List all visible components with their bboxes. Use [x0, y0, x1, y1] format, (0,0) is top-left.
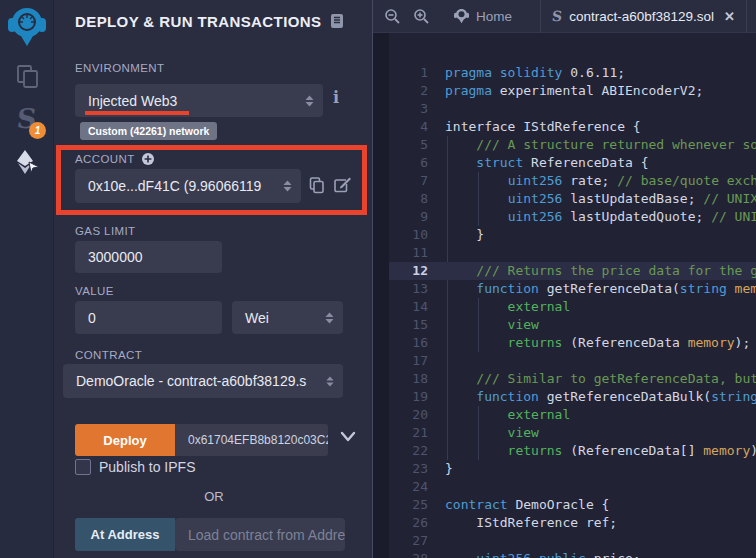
- zoom-in-icon[interactable]: [413, 8, 430, 25]
- code-line[interactable]: 2pragma experimental ABIEncoderV2;: [373, 82, 756, 100]
- code-line[interactable]: 23}: [373, 460, 756, 478]
- code-line[interactable]: 28 uint256 public price;: [373, 550, 756, 558]
- network-badge: Custom (42261) network: [80, 122, 217, 140]
- editor-tab-bar: Home S contract-a60bf38129.sol ✕: [373, 0, 756, 33]
- gas-limit-input[interactable]: [75, 241, 222, 273]
- file-explorer-icon: [13, 62, 41, 90]
- code-line[interactable]: 25contract DemoOracle {: [373, 496, 756, 514]
- code-line[interactable]: 6 struct ReferenceData {: [373, 154, 756, 172]
- deploy-run-panel: DEPLOY & RUN TRANSACTIONS ENVIRONMENT In…: [54, 0, 373, 558]
- tab-home-label: Home: [476, 9, 512, 24]
- remix-logo-icon: [7, 6, 47, 48]
- code-line[interactable]: 7 uint256 rate; // base/quote exchange r…: [373, 172, 756, 190]
- code-line[interactable]: 15 view: [373, 316, 756, 334]
- updown-icon: [304, 94, 315, 108]
- code-line[interactable]: 22 returns (ReferenceData[] memory);: [373, 442, 756, 460]
- code-lines: 1pragma solidity 0.6.11;2pragma experime…: [373, 64, 756, 558]
- remix-logo: [0, 6, 54, 48]
- copy-account-icon[interactable]: [308, 176, 325, 194]
- home-remix-icon: [454, 8, 469, 24]
- icon-sidebar: S 1: [0, 0, 54, 558]
- code-line[interactable]: 5 /// A structure returned whenever some…: [373, 136, 756, 154]
- code-line[interactable]: 16 returns (ReferenceData memory);: [373, 334, 756, 352]
- sidebar-item-file-explorer[interactable]: [0, 62, 54, 90]
- deploy-run-icon: [13, 148, 41, 176]
- updown-icon: [325, 375, 335, 388]
- publish-ipfs-checkbox[interactable]: [75, 459, 91, 475]
- value-input[interactable]: [75, 301, 222, 334]
- code-editor[interactable]: 1pragma solidity 0.6.11;2pragma experime…: [373, 33, 756, 558]
- add-account-icon[interactable]: [141, 152, 155, 166]
- code-line[interactable]: 21 view: [373, 424, 756, 442]
- updown-icon: [324, 311, 335, 325]
- code-line[interactable]: 4interface IStdReference {: [373, 118, 756, 136]
- page-title: DEPLOY & RUN TRANSACTIONS: [75, 13, 321, 30]
- publish-ipfs-label: Publish to IPFS: [99, 459, 196, 475]
- edit-account-icon[interactable]: [333, 176, 352, 194]
- compiler-badge: 1: [29, 122, 46, 139]
- code-line[interactable]: 14 external: [373, 298, 756, 316]
- code-line[interactable]: 27: [373, 532, 756, 550]
- editor-glyph-margin: [373, 33, 389, 558]
- tab-home[interactable]: Home: [454, 8, 512, 24]
- solidity-file-icon: S: [551, 8, 563, 24]
- editor-pane: Home S contract-a60bf38129.sol ✕ 1pragma…: [373, 0, 756, 558]
- close-icon[interactable]: ✕: [724, 9, 735, 24]
- deploy-button[interactable]: Deploy: [75, 424, 175, 456]
- code-line[interactable]: 17: [373, 352, 756, 370]
- code-line[interactable]: 18 /// Similar to getReferenceData, but …: [373, 370, 756, 388]
- code-line[interactable]: 10 }: [373, 226, 756, 244]
- code-line[interactable]: 19 function getReferenceDataBulk(string[…: [373, 388, 756, 406]
- contract-label: CONTRACT: [75, 349, 142, 361]
- at-address-input[interactable]: [175, 518, 345, 551]
- contract-select[interactable]: DemoOracle - contract-a60bf38129.s: [63, 364, 343, 398]
- tab-contract-file[interactable]: S contract-a60bf38129.sol ✕: [540, 0, 747, 33]
- environment-select[interactable]: Injected Web3: [75, 84, 323, 117]
- at-address-button[interactable]: At Address: [75, 518, 175, 551]
- tab-file-label: contract-a60bf38129.sol: [569, 9, 714, 24]
- value-unit-select[interactable]: Wei: [232, 301, 343, 334]
- code-line[interactable]: 24: [373, 478, 756, 496]
- account-select[interactable]: 0x10e...dF41C (9.96066119: [75, 169, 301, 203]
- code-line[interactable]: 26 IStdReference ref;: [373, 514, 756, 532]
- code-line[interactable]: 12 /// Returns the price data for the gi…: [373, 262, 756, 280]
- gas-limit-label: GAS LIMIT: [75, 225, 135, 237]
- info-icon[interactable]: i: [333, 88, 339, 107]
- value-label: VALUE: [75, 285, 114, 297]
- code-line[interactable]: 9 uint256 lastUpdatedQuote; // UNIX epoc…: [373, 208, 756, 226]
- code-line[interactable]: 1pragma solidity 0.6.11;: [373, 64, 756, 82]
- or-divider-label: OR: [69, 489, 359, 504]
- code-line[interactable]: 11: [373, 244, 756, 262]
- account-label: ACCOUNT: [75, 152, 155, 166]
- code-line[interactable]: 13 function getReferenceData(string memo…: [373, 280, 756, 298]
- code-line[interactable]: 3: [373, 100, 756, 118]
- documentation-icon[interactable]: [328, 12, 346, 30]
- sidebar-item-deploy-run[interactable]: [0, 148, 54, 176]
- remix-ide-window: S 1 DEPLOY & RUN TRANSACTIONS ENVIRONMEN…: [0, 0, 756, 558]
- sidebar-item-solidity-compiler[interactable]: S 1: [0, 104, 54, 134]
- chevron-down-icon[interactable]: [340, 431, 356, 443]
- code-line[interactable]: 8 uint256 lastUpdatedBase; // UNIX epoch…: [373, 190, 756, 208]
- constructor-arg-input[interactable]: 0x61704EFB8b8120c03C21: [175, 424, 328, 456]
- environment-label: ENVIRONMENT: [75, 62, 164, 74]
- code-line[interactable]: 20 external: [373, 406, 756, 424]
- zoom-out-icon[interactable]: [384, 8, 401, 25]
- updown-icon: [282, 179, 293, 193]
